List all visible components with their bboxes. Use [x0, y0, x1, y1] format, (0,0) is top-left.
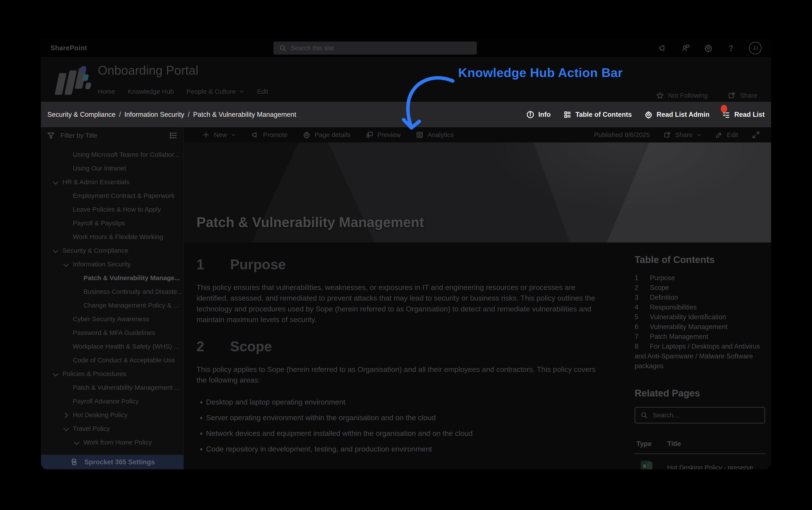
tree-chevron-icon [62, 398, 73, 404]
preview-icon [366, 131, 373, 139]
knowledge-hub-sidebar: Filter by Title Using Microsoft Teams fo… [41, 127, 184, 469]
purpose-paragraph: This policy ensures that vulnerabilities… [197, 282, 605, 325]
new-button[interactable]: New [202, 131, 236, 139]
gear-icon [644, 111, 653, 119]
sprocket-settings-button[interactable]: Sprocket 365 Settings [41, 455, 183, 469]
breadcrumb-seg-1[interactable]: Security & Compliance [48, 111, 116, 118]
page-share-button[interactable]: Share [663, 131, 701, 139]
site-title[interactable]: Onboarding Portal [98, 63, 199, 78]
tree-item[interactable]: Employment Contract & Paperwork [41, 189, 183, 202]
tree-item[interactable]: Business Continuity and Disaste... [41, 285, 183, 299]
related-search-input[interactable]: Search... [635, 407, 765, 423]
toc-entry[interactable]: 7Patch Management [635, 332, 765, 341]
page-details-button[interactable]: Page details [303, 131, 350, 139]
site-search-input[interactable]: Search this site [273, 41, 477, 55]
tree-chevron-icon [52, 371, 62, 377]
tree-item[interactable]: Hot Desking Policy [41, 408, 183, 422]
promote-button[interactable]: Promote [251, 131, 288, 139]
toc-entry[interactable]: 6Vulnerability Management [635, 322, 765, 332]
read-list-button[interactable]: Read List [722, 111, 764, 119]
tree-item[interactable]: Payroll Advance Policy [41, 394, 183, 408]
follow-button[interactable]: Not Following [656, 91, 708, 100]
tree-item[interactable]: Code of Conduct & Acceptable Use [41, 353, 183, 367]
site-logo[interactable] [56, 66, 89, 96]
toc-entry[interactable]: 3Definition [635, 292, 765, 302]
annotation-label: Knowledge Hub Action Bar [458, 65, 623, 80]
breadcrumb-seg-2[interactable]: Information Security [124, 111, 184, 118]
toc-list: 1Purpose 2Scope 3Definition [635, 273, 765, 371]
action-bar-items: Info Table of Contents Read List Admin R… [526, 111, 764, 119]
search-icon [279, 45, 287, 52]
nav-people-culture[interactable]: People & Culture [186, 88, 244, 95]
share-icon [728, 91, 736, 100]
help-icon[interactable] [726, 44, 735, 53]
toc-panel-title: Table of Contents [635, 254, 765, 265]
gear-icon[interactable] [704, 44, 713, 53]
tree-item[interactable]: Security & Compliance [41, 244, 183, 257]
related-row[interactable]: Hot Desking Policy - preserve [635, 454, 765, 469]
suite-bar: SharePoint Search this site JJ [41, 39, 771, 57]
avatar[interactable]: JJ [749, 42, 761, 54]
tree-chevron-icon [62, 316, 73, 322]
page-title: Patch & Vulnerability Management [197, 214, 424, 230]
tree-item[interactable]: Work Hours & Flexible Working [41, 230, 183, 244]
expand-icon[interactable] [752, 131, 760, 139]
toc-entry[interactable]: 4Responsibilities [635, 302, 765, 312]
toc-entry[interactable]: 5Vulnerability Identification [635, 312, 765, 322]
filter-by-title-input[interactable]: Filter by Title [60, 132, 163, 139]
tree-chevron-icon [62, 206, 73, 213]
layers-icon [69, 458, 79, 467]
toc-entry[interactable]: 1Purpose [635, 273, 765, 283]
tree-item[interactable]: Patch & Vulnerability Manage... [41, 271, 183, 285]
tree-item[interactable]: Patch & Vulnerability Management ... [41, 380, 183, 394]
tree-item[interactable]: Information Security [41, 257, 183, 271]
tree-chevron-icon [73, 289, 84, 295]
site-share-button[interactable]: Share [728, 91, 757, 100]
related-pages-title: Related Pages [635, 388, 765, 399]
scope-bullet: Code repository in development, testing,… [206, 445, 597, 453]
edit-button[interactable]: Edit [715, 131, 738, 139]
tree-item[interactable]: Cyber Security Awareness [41, 312, 183, 326]
tree-chevron-icon [62, 330, 73, 336]
tree-chevron-icon [52, 179, 62, 185]
tree-item[interactable]: Policies & Procedures [41, 367, 183, 380]
tree-item[interactable]: Workplace Health & Safety (WHS) ... [41, 339, 183, 353]
tree-item[interactable]: Password & MFA Guidelines [41, 326, 183, 339]
tree-chevron-icon [73, 275, 84, 281]
table-of-contents-button[interactable]: Table of Contents [563, 111, 632, 119]
toc-entry[interactable]: 2Scope [635, 283, 765, 292]
star-icon [656, 91, 664, 100]
article-body: 1 Purpose This policy ensures that vulne… [184, 243, 771, 469]
scope-bullet-list: Desktop and laptop operating environment… [206, 398, 597, 453]
tree-item[interactable]: Change Management Policy & ... [41, 299, 183, 312]
chevron-down-icon [696, 132, 701, 137]
feedback-icon[interactable] [681, 44, 690, 53]
content: Filter by Title Using Microsoft Teams fo… [41, 127, 771, 469]
list-view-icon[interactable] [169, 131, 178, 140]
tree-item[interactable]: Using Our Intranet [41, 161, 183, 175]
read-list-admin-button[interactable]: Read List Admin [644, 111, 710, 119]
page: SharePoint Search this site JJ Onboardin… [0, 0, 812, 510]
tree-item[interactable]: HR & Admin Essentials [41, 175, 183, 189]
chevron-down-icon [231, 132, 236, 137]
preview-button[interactable]: Preview [366, 131, 401, 139]
toc-entry[interactable]: 8For Laptops / Desktops and Antivirus an… [635, 341, 765, 371]
nav-home[interactable]: Home [98, 88, 115, 95]
nav-edit[interactable]: Edit [257, 88, 268, 95]
tree-item[interactable]: Payroll & Payslips [41, 216, 183, 230]
filter-row: Filter by Title [41, 127, 183, 144]
breadcrumb-seg-3[interactable]: Patch & Vulnerability Management [193, 111, 296, 118]
avatar-initials: JJ [753, 45, 758, 51]
sharepoint-brand: SharePoint [51, 44, 87, 52]
nav-knowledge-hub[interactable]: Knowledge Hub [128, 88, 174, 95]
tree-item[interactable]: Using Microsoft Teams for Collabor... [41, 148, 183, 161]
page-tree: Using Microsoft Teams for Collabor... Us… [41, 144, 183, 455]
scope-bullet: Network devices and equipment installed … [206, 429, 597, 437]
tree-item[interactable]: Leave Policies & How to Apply [41, 202, 183, 216]
tree-item[interactable]: Work from Home Policy [41, 435, 183, 449]
megaphone-icon[interactable] [659, 44, 668, 53]
tree-item[interactable]: Travel Policy [41, 422, 183, 435]
command-bar-right: Published 8/6/2025 Share Edit [594, 131, 760, 139]
info-button[interactable]: Info [526, 111, 551, 119]
annotation-arrow-icon [399, 72, 455, 135]
